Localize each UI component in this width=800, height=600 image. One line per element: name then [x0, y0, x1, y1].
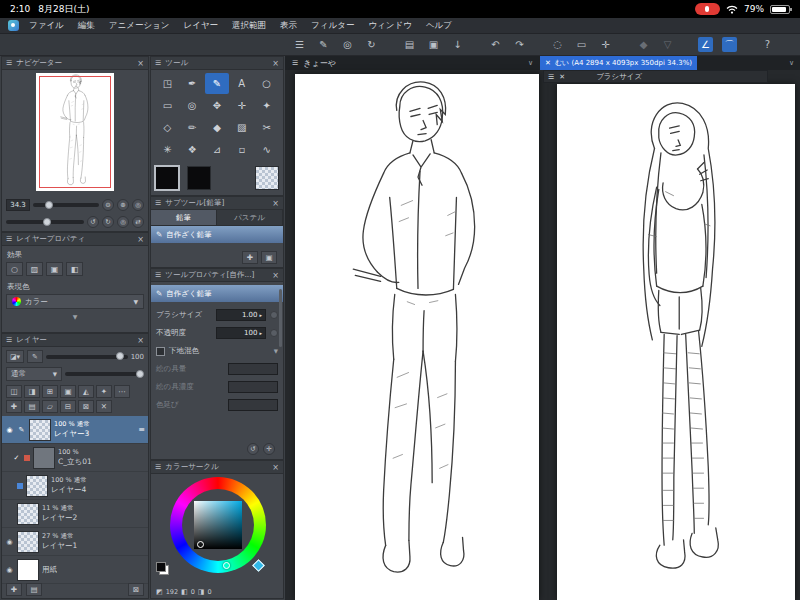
blend-base-checkbox[interactable] — [156, 347, 165, 356]
canvas-tab-mui[interactable]: ✕ むい (A4 2894 x 4093px 350dpi 34.3%) ∨ — [540, 56, 800, 70]
close-icon[interactable]: × — [272, 199, 279, 208]
open-file-icon[interactable]: ▣ — [426, 37, 441, 52]
menu-file[interactable]: ファイル — [29, 20, 64, 32]
help-icon[interactable]: ? — [760, 37, 775, 52]
menu-filter[interactable]: フィルター — [311, 20, 354, 32]
canvas-menu-icon[interactable]: ☰ — [292, 59, 298, 67]
foreground-color-swatch[interactable] — [156, 562, 166, 572]
palette-menu-icon[interactable]: ☰ — [548, 73, 554, 81]
menu-selection[interactable]: 選択範囲 — [232, 20, 266, 32]
close-icon[interactable]: × — [272, 59, 279, 68]
brush-size-slider[interactable]: 1.00▸ — [216, 309, 266, 321]
layer-color-icon[interactable]: ✦ — [96, 385, 112, 398]
layer-opacity-slider[interactable] — [65, 372, 144, 376]
opacity-slider[interactable]: 100▸ — [216, 327, 266, 339]
chevron-down-icon[interactable]: ∨ — [789, 59, 800, 67]
screen-recording-indicator[interactable] — [695, 3, 720, 15]
menu-edit[interactable]: 編集 — [78, 20, 95, 32]
color-stretch-slider[interactable] — [228, 399, 278, 411]
floating-window-titlebar[interactable]: ✕ むい (A4 2894 x 4093px 350dpi 34.3%) — [540, 56, 697, 70]
layer-combine-dropdown[interactable]: ◪▾ — [6, 350, 24, 363]
subtool-folder-icon[interactable]: ▣ — [261, 251, 277, 264]
main-color-swatch[interactable] — [155, 166, 179, 190]
redo-icon[interactable]: ↷ — [512, 37, 527, 52]
panel-menu-icon[interactable]: ☰ — [6, 59, 12, 67]
main-menu-icon[interactable]: ☰ — [292, 37, 307, 52]
opacity-unit-button[interactable] — [270, 329, 278, 337]
tab-pastel[interactable]: パステル — [217, 210, 283, 225]
tool-operation[interactable]: ✦ — [254, 95, 279, 116]
zoom-slider[interactable] — [33, 203, 99, 207]
drag-handle-icon[interactable]: ≡ — [138, 425, 145, 434]
tool-frame[interactable]: ▫ — [229, 139, 254, 160]
blend-mode-dropdown[interactable]: 通常▼ — [6, 367, 62, 381]
subtool-item-selected[interactable]: ✎ 自作ざく鉛筆 — [151, 226, 283, 243]
new-file-icon[interactable]: ▤ — [402, 37, 417, 52]
figure-tool-icon[interactable]: ▽ — [660, 37, 675, 52]
close-icon[interactable]: ✕ — [559, 73, 565, 81]
navigator-view-frame[interactable] — [39, 76, 111, 188]
fill-icon[interactable]: ◆ — [636, 37, 651, 52]
transparent-color-swatch[interactable] — [255, 166, 279, 190]
panel-menu-icon[interactable]: ☰ — [155, 271, 161, 279]
tool-eraser[interactable]: ◇ — [155, 117, 180, 138]
add-subtool-icon[interactable]: ✚ — [242, 251, 258, 264]
panel-menu-icon[interactable]: ☰ — [6, 235, 12, 243]
delete-layer-icon[interactable]: ⊠ — [78, 400, 94, 413]
tool-zoom[interactable]: ◎ — [180, 95, 205, 116]
add-layer-icon[interactable]: ✚ — [6, 583, 22, 596]
chevron-down-icon[interactable]: ▼ — [274, 348, 278, 354]
sv-cursor[interactable] — [197, 541, 204, 548]
new-folder-icon[interactable]: ▤ — [24, 400, 40, 413]
visibility-eye-icon[interactable]: ◉ — [5, 426, 14, 434]
clip-studio-logo-icon[interactable] — [8, 20, 19, 31]
panel-expand-chevron[interactable]: ▼ — [2, 313, 148, 320]
lock-transparent-icon[interactable]: ◨ — [24, 385, 40, 398]
tab-pencil[interactable]: 鉛筆 — [151, 210, 217, 225]
panel-menu-icon[interactable]: ☰ — [6, 336, 12, 344]
brush-size-palette-bar[interactable]: ☰ ✕ ブラシサイズ — [543, 70, 768, 83]
canvas-floating[interactable] — [557, 84, 795, 600]
canvas-tab-kyoya[interactable]: ☰ きょーや ∨ — [285, 56, 540, 70]
menu-view[interactable]: 表示 — [280, 20, 297, 32]
layer-row-layer2[interactable]: 11 % 通常レイヤー2 — [2, 500, 148, 528]
reference-layer-icon[interactable]: ▣ — [60, 385, 76, 398]
reset-settings-icon[interactable]: ↺ — [247, 443, 259, 455]
tool-move[interactable]: ✛ — [229, 95, 254, 116]
close-icon[interactable]: × — [272, 463, 279, 472]
clipping-icon[interactable]: ⊞ — [42, 385, 58, 398]
layer-effect-slider[interactable] — [46, 355, 128, 359]
scrollbar[interactable] — [279, 289, 282, 347]
tool-text[interactable]: A — [229, 73, 254, 94]
more-options-icon[interactable]: ⋯ — [114, 385, 130, 398]
tool-figure[interactable]: ▭ — [155, 95, 180, 116]
duplicate-layer-icon[interactable]: ▤ — [26, 583, 42, 596]
layer-brush-icon[interactable]: ✎ — [27, 350, 43, 363]
undo-icon[interactable]: ↶ — [488, 37, 503, 52]
tool-selection[interactable]: ◳ — [155, 73, 180, 94]
close-icon[interactable]: × — [137, 59, 144, 68]
panel-menu-icon[interactable]: ☰ — [155, 199, 161, 207]
zoom-out-button[interactable]: ⊖ — [102, 199, 114, 211]
visibility-eye-icon[interactable]: ◉ — [5, 538, 14, 546]
export-icon[interactable]: ↓ — [450, 37, 465, 52]
tool-balloon[interactable]: ○ — [254, 73, 279, 94]
close-icon[interactable]: ✕ — [545, 59, 551, 67]
effect-tone-icon[interactable]: ▨ — [26, 262, 43, 276]
transform-icon[interactable]: ✛ — [598, 37, 613, 52]
check-icon[interactable]: ✓ — [12, 454, 21, 462]
zoom-in-button[interactable]: ⊕ — [117, 199, 129, 211]
draft-layer-icon[interactable]: ◭ — [78, 385, 94, 398]
rotate-view-icon[interactable]: ↻ — [364, 37, 379, 52]
deselect-icon[interactable]: ◌ — [550, 37, 565, 52]
rotate-right-button[interactable]: ↻ — [102, 216, 114, 228]
panel-menu-icon[interactable]: ☰ — [155, 463, 161, 471]
effect-reference-icon[interactable]: ◧ — [66, 262, 83, 276]
tool-decoration[interactable]: ❖ — [180, 139, 205, 160]
paint-density-slider[interactable] — [228, 381, 278, 393]
brush-settings-icon[interactable]: ✎ — [316, 37, 331, 52]
merge-down-icon[interactable]: ⊟ — [60, 400, 76, 413]
tool-marker[interactable]: ✏ — [180, 117, 205, 138]
layer-lock-icon[interactable]: ◫ — [6, 385, 22, 398]
paint-amount-slider[interactable] — [228, 363, 278, 375]
